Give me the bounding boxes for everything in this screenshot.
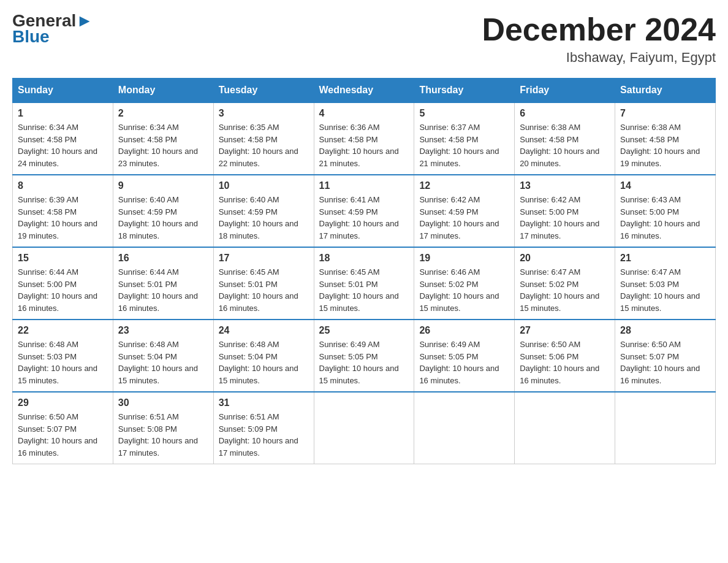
daylight-text: Daylight: 10 hours and 16 minutes. [219,291,298,313]
sunrise-text: Sunrise: 6:37 AM [419,123,480,132]
day-info: Sunrise: 6:48 AM Sunset: 5:04 PM Dayligh… [219,339,309,386]
calendar-day-cell [615,392,716,464]
day-info: Sunrise: 6:47 AM Sunset: 5:02 PM Dayligh… [520,266,610,314]
calendar-day-cell: 22 Sunrise: 6:48 AM Sunset: 5:03 PM Dayl… [13,320,113,392]
calendar-table: Sunday Monday Tuesday Wednesday Thursday… [12,78,716,464]
calendar-day-cell: 5 Sunrise: 6:37 AM Sunset: 4:58 PM Dayli… [414,102,515,175]
daylight-text: Daylight: 10 hours and 17 minutes. [219,436,298,458]
sunrise-text: Sunrise: 6:49 AM [419,340,480,349]
month-title: December 2024 [482,12,716,47]
calendar-day-cell: 1 Sunrise: 6:34 AM Sunset: 4:58 PM Dayli… [13,102,113,175]
sunset-text: Sunset: 5:06 PM [520,352,578,361]
daylight-text: Daylight: 10 hours and 18 minutes. [219,219,298,240]
sunset-text: Sunset: 5:09 PM [219,424,278,434]
sunrise-text: Sunrise: 6:42 AM [419,195,480,204]
sunset-text: Sunset: 5:00 PM [18,280,77,289]
day-info: Sunrise: 6:34 AM Sunset: 4:58 PM Dayligh… [18,121,108,169]
sunrise-text: Sunrise: 6:34 AM [18,123,78,132]
daylight-text: Daylight: 10 hours and 15 minutes. [419,291,499,313]
calendar-day-cell: 15 Sunrise: 6:44 AM Sunset: 5:00 PM Dayl… [13,247,113,320]
sunrise-text: Sunrise: 6:50 AM [520,340,580,349]
sunset-text: Sunset: 4:58 PM [219,135,278,144]
sunset-text: Sunset: 4:59 PM [419,207,478,216]
sunset-text: Sunset: 4:58 PM [419,135,478,144]
day-info: Sunrise: 6:50 AM Sunset: 5:07 PM Dayligh… [620,339,710,386]
day-number: 13 [520,180,610,191]
calendar-day-cell: 24 Sunrise: 6:48 AM Sunset: 5:04 PM Dayl… [213,320,314,392]
sunrise-text: Sunrise: 6:43 AM [620,195,681,204]
daylight-text: Daylight: 10 hours and 23 minutes. [118,147,198,168]
calendar-week-3: 15 Sunrise: 6:44 AM Sunset: 5:00 PM Dayl… [13,247,716,320]
calendar-day-cell: 21 Sunrise: 6:47 AM Sunset: 5:03 PM Dayl… [615,247,716,320]
sunrise-text: Sunrise: 6:45 AM [319,267,380,277]
sunset-text: Sunset: 5:03 PM [18,352,77,361]
daylight-text: Daylight: 10 hours and 16 minutes. [620,219,700,240]
sunset-text: Sunset: 5:01 PM [319,280,378,289]
day-number: 15 [18,253,108,264]
logo-arrow-icon: ► [76,11,93,30]
sunrise-text: Sunrise: 6:34 AM [118,123,179,132]
daylight-text: Daylight: 10 hours and 15 minutes. [319,364,399,385]
day-number: 21 [620,253,710,264]
sunset-text: Sunset: 5:07 PM [620,352,679,361]
calendar-day-cell: 23 Sunrise: 6:48 AM Sunset: 5:04 PM Dayl… [113,320,213,392]
day-info: Sunrise: 6:45 AM Sunset: 5:01 PM Dayligh… [219,266,309,314]
day-info: Sunrise: 6:49 AM Sunset: 5:05 PM Dayligh… [419,339,509,386]
daylight-text: Daylight: 10 hours and 15 minutes. [18,364,97,385]
day-number: 16 [118,253,208,264]
day-info: Sunrise: 6:40 AM Sunset: 4:59 PM Dayligh… [118,194,208,242]
sunrise-text: Sunrise: 6:48 AM [219,340,279,349]
calendar-day-cell: 26 Sunrise: 6:49 AM Sunset: 5:05 PM Dayl… [414,320,515,392]
day-number: 12 [419,180,509,191]
sunrise-text: Sunrise: 6:40 AM [219,195,279,204]
calendar-day-cell [314,392,414,464]
sunset-text: Sunset: 5:05 PM [419,352,478,361]
calendar-day-cell: 17 Sunrise: 6:45 AM Sunset: 5:01 PM Dayl… [213,247,314,320]
daylight-text: Daylight: 10 hours and 17 minutes. [520,219,599,240]
calendar-day-cell: 29 Sunrise: 6:50 AM Sunset: 5:07 PM Dayl… [13,392,113,464]
sunrise-text: Sunrise: 6:47 AM [520,267,580,277]
day-info: Sunrise: 6:44 AM Sunset: 5:00 PM Dayligh… [18,266,108,314]
day-number: 22 [18,325,108,336]
sunset-text: Sunset: 4:58 PM [520,135,578,144]
day-number: 20 [520,253,610,264]
daylight-text: Daylight: 10 hours and 17 minutes. [419,219,499,240]
daylight-text: Daylight: 10 hours and 18 minutes. [118,219,198,240]
col-monday: Monday [113,79,213,103]
title-section: December 2024 Ibshaway, Faiyum, Egypt [482,12,716,66]
calendar-day-cell: 3 Sunrise: 6:35 AM Sunset: 4:58 PM Dayli… [213,102,314,175]
sunset-text: Sunset: 5:01 PM [118,280,177,289]
daylight-text: Daylight: 10 hours and 15 minutes. [319,291,399,313]
calendar-day-cell: 8 Sunrise: 6:39 AM Sunset: 4:58 PM Dayli… [13,175,113,247]
day-number: 31 [219,397,309,408]
day-number: 14 [620,180,710,191]
sunrise-text: Sunrise: 6:48 AM [118,340,179,349]
calendar-week-2: 8 Sunrise: 6:39 AM Sunset: 4:58 PM Dayli… [13,175,716,247]
calendar-week-1: 1 Sunrise: 6:34 AM Sunset: 4:58 PM Dayli… [13,102,716,175]
daylight-text: Daylight: 10 hours and 16 minutes. [620,364,700,385]
day-number: 3 [219,108,309,119]
logo-blue: Blue [12,28,93,45]
day-info: Sunrise: 6:49 AM Sunset: 5:05 PM Dayligh… [319,339,409,386]
sunrise-text: Sunrise: 6:42 AM [520,195,580,204]
daylight-text: Daylight: 10 hours and 16 minutes. [118,291,198,313]
sunrise-text: Sunrise: 6:38 AM [620,123,681,132]
day-number: 19 [419,253,509,264]
sunset-text: Sunset: 4:58 PM [18,135,77,144]
day-number: 30 [118,397,208,408]
day-number: 9 [118,180,208,191]
day-number: 1 [18,108,108,119]
calendar-day-cell: 4 Sunrise: 6:36 AM Sunset: 4:58 PM Dayli… [314,102,414,175]
daylight-text: Daylight: 10 hours and 22 minutes. [219,147,298,168]
day-info: Sunrise: 6:51 AM Sunset: 5:08 PM Dayligh… [118,411,208,459]
day-info: Sunrise: 6:34 AM Sunset: 4:58 PM Dayligh… [118,121,208,169]
sunset-text: Sunset: 5:04 PM [118,352,177,361]
sunrise-text: Sunrise: 6:49 AM [319,340,380,349]
day-number: 27 [520,325,610,336]
day-info: Sunrise: 6:36 AM Sunset: 4:58 PM Dayligh… [319,121,409,169]
day-info: Sunrise: 6:40 AM Sunset: 4:59 PM Dayligh… [219,194,309,242]
sunset-text: Sunset: 5:01 PM [219,280,278,289]
day-info: Sunrise: 6:45 AM Sunset: 5:01 PM Dayligh… [319,266,409,314]
sunrise-text: Sunrise: 6:50 AM [18,412,78,421]
day-number: 29 [18,397,108,408]
